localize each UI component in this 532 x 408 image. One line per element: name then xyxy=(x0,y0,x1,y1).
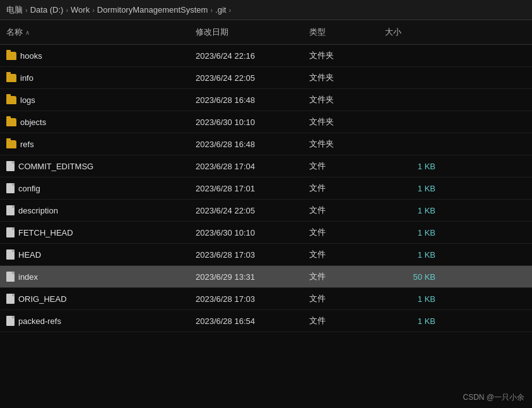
breadcrumb-item-computer[interactable]: 电脑 xyxy=(6,4,23,16)
table-row[interactable]: objects2023/6/30 10:10文件夹 xyxy=(0,111,532,133)
file-type-cell: 文件夹 xyxy=(303,47,379,64)
file-date-cell: 2023/6/28 16:48 xyxy=(189,91,303,109)
file-type-cell: 文件 xyxy=(303,179,379,197)
file-icon xyxy=(6,205,15,215)
file-name-label: ORIG_HEAD xyxy=(18,294,67,304)
folder-icon xyxy=(6,118,16,126)
breadcrumb-sep-3: › xyxy=(92,6,95,14)
file-type-cell: 文件 xyxy=(303,290,379,308)
file-extra-cell xyxy=(442,91,467,109)
file-extra-cell xyxy=(442,201,467,219)
column-header-date: 修改日期 xyxy=(189,24,303,40)
table-row[interactable]: ORIG_HEAD2023/6/28 17:03文件1 KB xyxy=(0,288,532,310)
file-date-cell: 2023/6/29 13:31 xyxy=(189,268,303,285)
folder-icon xyxy=(6,140,16,148)
file-date-cell: 2023/6/24 22:05 xyxy=(189,69,303,87)
file-extra-cell xyxy=(442,290,467,308)
file-type-cell: 文件 xyxy=(303,157,379,175)
column-header-size: 大小 xyxy=(379,24,442,40)
table-row[interactable]: FETCH_HEAD2023/6/30 10:10文件1 KB xyxy=(0,222,532,244)
column-header-extra xyxy=(442,24,467,40)
breadcrumb-item-dms[interactable]: DormitoryManagementSystem xyxy=(97,5,208,15)
file-extra-cell xyxy=(442,69,467,87)
breadcrumb-item-work[interactable]: Work xyxy=(71,5,90,15)
file-type-cell: 文件 xyxy=(303,224,379,241)
file-name-label: packed-refs xyxy=(18,316,61,326)
file-extra-cell xyxy=(442,113,467,131)
file-date-cell: 2023/6/28 17:03 xyxy=(189,290,303,308)
table-row[interactable]: logs2023/6/28 16:48文件夹 xyxy=(0,89,532,111)
file-type-cell: 文件夹 xyxy=(303,113,379,131)
file-type-cell: 文件夹 xyxy=(303,91,379,109)
file-type-cell: 文件夹 xyxy=(303,69,379,87)
file-icon xyxy=(6,183,15,193)
file-name-cell: config xyxy=(0,179,189,197)
column-type-label: 类型 xyxy=(309,27,326,38)
file-icon xyxy=(6,227,15,237)
file-name-cell: info xyxy=(0,69,189,87)
breadcrumb-sep-2: › xyxy=(66,6,68,14)
column-name-label: 名称 xyxy=(6,27,23,38)
file-name-label: COMMIT_EDITMSG xyxy=(18,162,93,171)
file-name-cell: ORIG_HEAD xyxy=(0,290,189,308)
file-icon xyxy=(6,294,15,304)
table-row[interactable]: hooks2023/6/24 22:16文件夹 xyxy=(0,45,532,67)
file-name-label: index xyxy=(18,272,38,282)
file-size-cell xyxy=(379,47,442,64)
file-date-cell: 2023/6/24 22:16 xyxy=(189,47,303,64)
file-extra-cell xyxy=(442,268,467,285)
table-row[interactable]: config2023/6/28 17:01文件1 KB xyxy=(0,177,532,200)
file-name-cell: index xyxy=(0,268,189,285)
file-explorer: 名称 ∧ 修改日期 类型 大小 hooks2023/6/24 22:16文件夹i… xyxy=(0,20,532,408)
file-name-label: description xyxy=(18,206,58,215)
file-size-cell xyxy=(379,135,442,153)
breadcrumb-item-data[interactable]: Data (D:) xyxy=(30,5,64,15)
file-size-cell xyxy=(379,69,442,87)
folder-icon xyxy=(6,52,16,60)
file-name-cell: refs xyxy=(0,135,189,153)
folder-icon xyxy=(6,74,16,82)
file-name-label: logs xyxy=(20,95,35,105)
file-extra-cell xyxy=(442,135,467,153)
column-header-name[interactable]: 名称 ∧ xyxy=(0,24,189,40)
file-date-cell: 2023/6/28 16:48 xyxy=(189,135,303,153)
breadcrumb-sep-5: › xyxy=(228,6,231,14)
column-size-label: 大小 xyxy=(385,27,401,38)
sort-arrow-icon: ∧ xyxy=(25,29,30,36)
file-date-cell: 2023/6/28 17:04 xyxy=(189,157,303,175)
file-type-cell: 文件 xyxy=(303,201,379,219)
file-type-cell: 文件 xyxy=(303,246,379,263)
file-name-cell: description xyxy=(0,201,189,219)
file-extra-cell xyxy=(442,224,467,241)
file-size-cell: 1 KB xyxy=(379,290,442,308)
table-header: 名称 ∧ 修改日期 类型 大小 xyxy=(0,20,532,45)
file-name-cell: logs xyxy=(0,91,189,109)
file-icon xyxy=(6,316,15,326)
file-name-label: hooks xyxy=(20,51,42,61)
table-row[interactable]: info2023/6/24 22:05文件夹 xyxy=(0,67,532,89)
file-name-label: objects xyxy=(20,117,46,127)
breadcrumb: 电脑 › Data (D:) › Work › DormitoryManagem… xyxy=(6,4,231,16)
file-size-cell: 50 KB xyxy=(379,268,442,285)
file-size-cell: 1 KB xyxy=(379,312,442,330)
title-bar: 电脑 › Data (D:) › Work › DormitoryManagem… xyxy=(0,0,532,20)
file-name-cell: objects xyxy=(0,113,189,131)
breadcrumb-sep-1: › xyxy=(25,6,28,14)
table-row[interactable]: packed-refs2023/6/28 16:54文件1 KB xyxy=(0,310,532,332)
file-extra-cell xyxy=(442,246,467,263)
breadcrumb-item-git[interactable]: .git xyxy=(215,5,226,15)
folder-icon xyxy=(6,96,16,104)
file-name-label: HEAD xyxy=(18,250,41,260)
file-extra-cell xyxy=(442,47,467,64)
file-type-cell: 文件夹 xyxy=(303,135,379,153)
file-extra-cell xyxy=(442,179,467,197)
table-row[interactable]: HEAD2023/6/28 17:03文件1 KB xyxy=(0,244,532,266)
file-date-cell: 2023/6/28 16:54 xyxy=(189,312,303,330)
file-name-label: info xyxy=(20,73,33,83)
file-date-cell: 2023/6/24 22:05 xyxy=(189,201,303,219)
file-size-cell: 1 KB xyxy=(379,246,442,263)
table-row[interactable]: description2023/6/24 22:05文件1 KB xyxy=(0,200,532,222)
table-row[interactable]: refs2023/6/28 16:48文件夹 xyxy=(0,133,532,155)
table-row[interactable]: index2023/6/29 13:31文件50 KB xyxy=(0,266,532,288)
table-row[interactable]: COMMIT_EDITMSG2023/6/28 17:04文件1 KB xyxy=(0,155,532,177)
